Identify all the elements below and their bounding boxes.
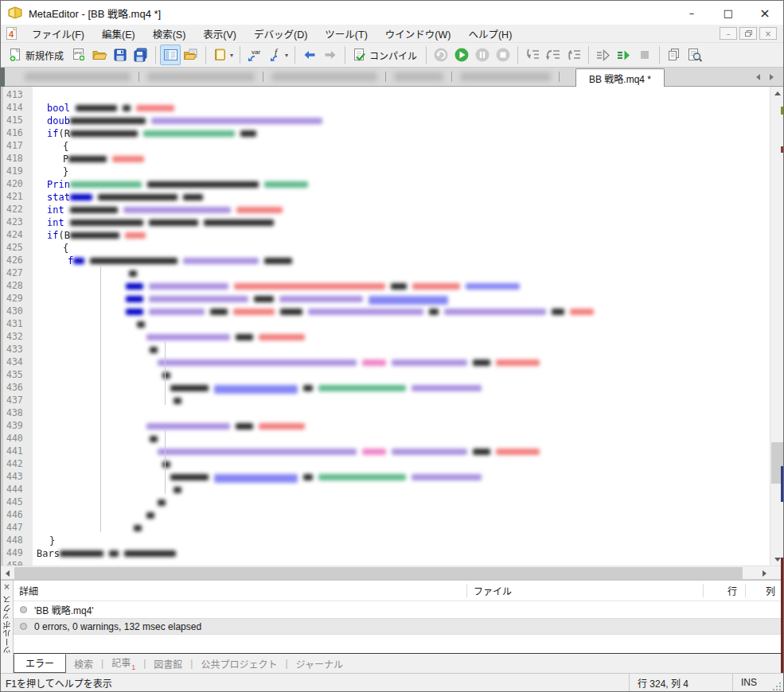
code-segment	[123, 207, 231, 213]
tab-scroll-left-icon[interactable]	[756, 74, 760, 80]
tab-bb-strategy[interactable]: BB 戦略.mq4 *	[575, 68, 665, 87]
mdi-minimize-button[interactable]: –	[720, 27, 737, 40]
maximize-button[interactable]: □	[710, 1, 747, 25]
goto-variable-button[interactable]: var	[244, 45, 267, 65]
save-all-button[interactable]	[131, 45, 151, 65]
code-segment: P	[63, 153, 68, 165]
code-line-420: Prin	[33, 178, 783, 191]
tab-blurred-1[interactable]	[25, 72, 131, 81]
breakpoint-button[interactable]	[634, 45, 655, 65]
code-segment	[391, 283, 407, 290]
toolbox-tab-検索[interactable]: 検索	[66, 657, 101, 671]
goto-function-button[interactable]: f ▾	[267, 45, 291, 65]
line-number: 435	[3, 369, 33, 382]
tab-blurred-4[interactable]	[394, 72, 443, 81]
menu-tools[interactable]: ツール(T)	[316, 24, 376, 44]
pause-debug-button[interactable]	[472, 45, 493, 65]
stop-debug-icon	[495, 47, 511, 63]
horizontal-scrollbar[interactable]	[1, 566, 783, 579]
tab-separator	[385, 72, 386, 82]
styler-button[interactable]: ▾	[210, 45, 236, 65]
error-list-row-2[interactable]: 0 errors, 0 warnings, 132 msec elapsed	[14, 618, 783, 635]
code-analyzer-button[interactable]	[685, 45, 705, 65]
status-help-text: F1を押してヘルプを表示	[1, 676, 629, 690]
toolbox-tab-エラー[interactable]: エラー	[14, 654, 66, 673]
splitter-handle[interactable]	[1, 68, 5, 87]
scroll-left-icon[interactable]	[1, 566, 14, 580]
step-over-button[interactable]	[543, 45, 564, 65]
menu-help[interactable]: ヘルプ(H)	[459, 24, 521, 44]
error-list-row-1[interactable]: 'BB 戦略.mq4'	[14, 601, 783, 618]
new-project-button[interactable]: proj	[68, 45, 89, 65]
toolbox-toggle-button[interactable]	[181, 45, 201, 65]
toolbox-tab-記事[interactable]: 記事1	[103, 655, 143, 671]
code-line-418: P	[33, 153, 783, 165]
panel-close-button[interactable]: ×	[3, 581, 10, 594]
code-segment	[162, 461, 170, 468]
menu-view[interactable]: 表示(V)	[194, 24, 245, 44]
code-editor[interactable]: 4134144154164174184194204214224234244254…	[1, 87, 783, 566]
mdi-window-controls: – ×	[720, 27, 780, 40]
analyzer-edge-mark	[781, 466, 783, 502]
toolbox-tab-図書館[interactable]: 図書館	[146, 657, 190, 671]
horizontal-scrollbar-thumb[interactable]	[14, 567, 743, 579]
code-segment	[444, 309, 546, 315]
code-segment	[149, 309, 205, 315]
line-number: 415	[3, 115, 33, 127]
code-line-426: f	[33, 255, 783, 267]
start-debug-button[interactable]	[451, 45, 472, 65]
line-number: 448	[3, 535, 33, 547]
scroll-right-icon[interactable]	[758, 566, 770, 580]
tab-blurred-2[interactable]	[147, 72, 255, 81]
mdi-restore-button[interactable]	[739, 27, 757, 40]
save-button[interactable]	[110, 45, 131, 65]
close-button[interactable]: ×	[747, 1, 783, 25]
profiler-button[interactable]	[664, 45, 685, 65]
tab-scroll-right-icon[interactable]	[770, 74, 774, 80]
mql4-file-icon: 4	[6, 27, 18, 40]
column-line[interactable]: 行	[703, 584, 745, 597]
new-file-button[interactable]: 新規作成	[6, 45, 68, 65]
mdi-close-button[interactable]: ×	[759, 27, 777, 40]
function-dropdown-caret-icon[interactable]: ▾	[285, 52, 288, 59]
tab-blurred-5[interactable]	[460, 72, 551, 81]
column-col[interactable]: 列	[745, 584, 783, 597]
metaeditor-window: MetaEditor - [BB 戦略.mq4 *] – □ × 4 ファイル(…	[0, 0, 784, 692]
step-into-button[interactable]	[522, 45, 543, 65]
menu-window[interactable]: ウインドウ(W)	[376, 24, 460, 44]
minimize-button[interactable]: –	[673, 1, 710, 25]
toolbox-tab-公共プロジェクト[interactable]: 公共プロジェクト	[193, 657, 285, 671]
continue-debug-button[interactable]	[614, 45, 634, 65]
compile-button[interactable]: コンパイル	[349, 45, 422, 65]
row-bullet-icon	[20, 606, 27, 613]
open-file-button[interactable]	[89, 45, 110, 65]
tab-blurred-3[interactable]	[271, 72, 377, 81]
navigate-back-button[interactable]	[299, 45, 320, 65]
line-number: 423	[3, 216, 33, 229]
column-file[interactable]: ファイル	[466, 584, 703, 597]
menu-edit[interactable]: 編集(E)	[93, 24, 144, 44]
code-line-431	[33, 318, 783, 331]
code-segment	[236, 334, 253, 340]
code-segment	[264, 181, 308, 188]
step-over-icon	[545, 48, 561, 62]
run-to-cursor-button[interactable]	[593, 45, 614, 65]
column-detail[interactable]: 詳細	[14, 584, 466, 597]
window-title: MetaEditor - [BB 戦略.mq4 *]	[29, 6, 161, 21]
toolbox-tab-ジャーナル[interactable]: ジャーナル	[288, 657, 351, 671]
menu-file[interactable]: ファイル(F)	[23, 24, 93, 44]
code-segment: (R	[58, 127, 69, 140]
stop-debug-button[interactable]	[493, 45, 513, 65]
line-number: 426	[3, 255, 33, 267]
step-out-button[interactable]	[564, 45, 584, 65]
navigator-toggle-button[interactable]	[160, 45, 181, 65]
menu-search[interactable]: 検索(S)	[144, 24, 195, 44]
restart-debug-button[interactable]	[431, 45, 451, 65]
code-area[interactable]: bool doubif(R{P}Prinstatint int if(B{f}B…	[33, 87, 783, 566]
line-number: 442	[3, 458, 33, 471]
resize-grip[interactable]	[770, 680, 781, 690]
navigate-forward-button[interactable]	[320, 45, 341, 65]
styler-dropdown-caret-icon[interactable]: ▾	[230, 52, 233, 59]
menu-debug[interactable]: デバッグ(D)	[245, 24, 316, 44]
scroll-up-icon[interactable]	[770, 87, 783, 99]
